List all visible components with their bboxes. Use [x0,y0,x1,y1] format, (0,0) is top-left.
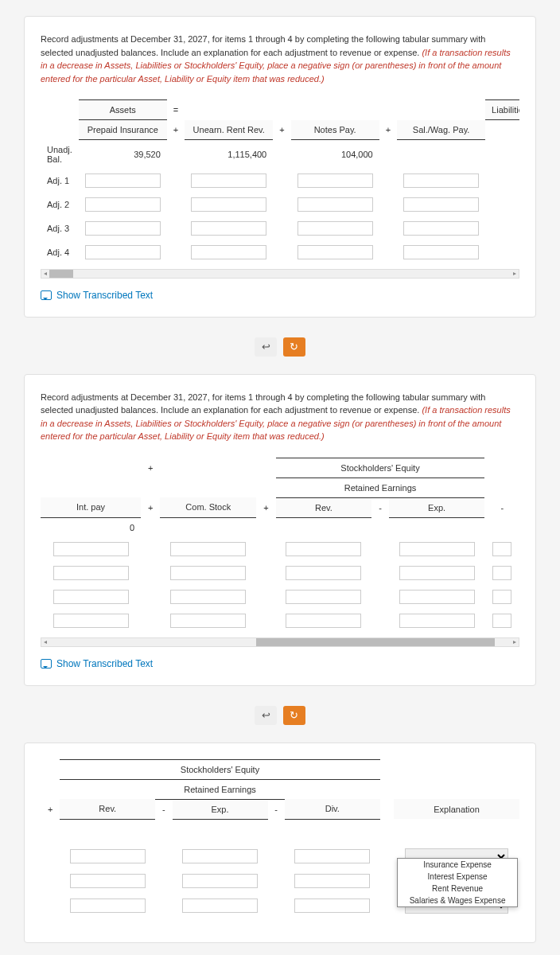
hscrollbar-1[interactable]: ◂ ▸ [41,269,519,279]
table-row: Adj. 2 [41,193,519,216]
input-r2-rev[interactable] [286,566,361,580]
input-adj2-unearn[interactable] [191,197,266,212]
op-plus-t3: + [41,799,60,819]
worksheet-card-3: Stockholders' Equity Retained Earnings +… [24,743,536,943]
col-rev-3: Rev. [60,799,155,819]
scroll-right-icon[interactable]: ▸ [511,270,519,278]
input-r3-extra[interactable] [492,590,511,604]
hdr-re-3: Retained Earnings [155,779,285,799]
show-transcribed-button-2[interactable]: Show Transcribed Text [41,658,519,669]
scroll-left-icon[interactable]: ◂ [41,270,49,278]
input-adj3-prepaid[interactable] [85,221,161,236]
redo-button[interactable]: ↻ [283,337,305,357]
input-t3r1-rev[interactable] [70,849,146,863]
scroll-thumb[interactable] [49,270,73,278]
val-intpay: 0 [41,517,141,537]
col-exp: Exp. [389,497,485,517]
val-prepaid: 39,520 [79,140,167,169]
input-adj3-sal[interactable] [403,221,479,236]
table3: Stockholders' Equity Retained Earnings +… [41,759,519,918]
input-r1-intpay[interactable] [53,542,129,556]
redo-button-2[interactable]: ↻ [283,706,305,725]
row-adj4: Adj. 4 [41,240,79,264]
hscrollbar-2[interactable]: ◂ ▸ [41,637,519,647]
input-adj2-sal[interactable] [403,197,479,212]
input-adj2-notes[interactable] [298,197,373,212]
input-t3r3-div[interactable] [294,898,370,913]
input-adj3-notes[interactable] [298,221,373,236]
input-r1-extra[interactable] [492,542,511,556]
input-r2-extra[interactable] [492,566,511,580]
input-r3-exp[interactable] [399,590,475,604]
table2: + Stockholders' Equity Retained Earnings… [41,458,519,633]
input-r3-intpay[interactable] [53,590,129,604]
input-r4-intpay[interactable] [53,614,129,628]
table-row [41,609,519,633]
table1-scroll[interactable]: Assets = Liabilities Prepaid Insurance +… [41,99,519,279]
input-r1-com[interactable] [170,542,246,556]
input-adj1-sal[interactable] [403,173,479,188]
show-transcribed-label-2: Show Transcribed Text [56,658,153,669]
input-r4-extra[interactable] [492,614,511,628]
col-expl: Explanation [394,799,519,819]
table-row: Adj. 1 [41,169,519,193]
explanation-dropdown[interactable]: Insurance Expense Interest Expense Rent … [397,858,518,907]
dropdown-option[interactable]: Insurance Expense [398,859,517,871]
input-r1-exp[interactable] [399,542,475,556]
comment-icon [41,659,52,668]
table-row: Unadj. Bal. 39,520 1,115,400 104,000 [41,140,519,169]
input-adj2-prepaid[interactable] [85,197,161,212]
input-t3r2-exp[interactable] [182,874,258,888]
op-plus-3: + [379,120,397,140]
input-r2-com[interactable] [170,566,246,580]
table1: Assets = Liabilities Prepaid Insurance +… [41,99,519,264]
scroll-thumb[interactable] [256,638,495,646]
col-unearn: Unearn. Rent Rev. [185,120,273,140]
dropdown-option[interactable]: Interest Expense [398,871,517,883]
input-t3r3-exp[interactable] [182,898,258,913]
history-buttons-2: ↩ ↻ [24,706,536,725]
scroll-left-icon[interactable]: ◂ [41,638,49,646]
col-sal: Sal./Wag. Pay. [397,120,485,140]
show-transcribed-button-1[interactable]: Show Transcribed Text [41,290,519,301]
row-adj3: Adj. 3 [41,216,79,240]
input-adj1-notes[interactable] [298,173,373,188]
col-com: Com. Stock [160,497,256,517]
problem-intro: Record adjustments at December 31, 2027,… [41,34,485,57]
table2-scroll[interactable]: + Stockholders' Equity Retained Earnings… [41,458,519,647]
scroll-right-icon[interactable]: ▸ [511,638,519,646]
input-r4-rev[interactable] [286,614,361,628]
op-minus-t3b: - [268,799,285,819]
input-adj4-sal[interactable] [403,245,479,259]
input-t3r1-exp[interactable] [182,849,258,863]
input-adj4-notes[interactable] [298,245,373,259]
input-r4-exp[interactable] [399,614,475,628]
input-r3-rev[interactable] [286,590,361,604]
input-r2-intpay[interactable] [53,566,129,580]
dropdown-option[interactable]: Salaries & Wages Expense [398,895,517,906]
input-r1-rev[interactable] [286,542,361,556]
undo-button[interactable]: ↩ [255,337,277,357]
input-adj4-unearn[interactable] [191,245,266,259]
col-rev: Rev. [276,497,372,517]
op-minus-2: - [484,497,519,517]
hdr-se: Stockholders' Equity [276,458,485,477]
input-r3-com[interactable] [170,590,246,604]
undo-button-2[interactable]: ↩ [255,706,277,725]
input-adj1-unearn[interactable] [191,173,266,188]
input-adj4-prepaid[interactable] [85,245,161,259]
val-unearn: 1,115,400 [185,140,273,169]
dropdown-option[interactable]: Rent Revenue [398,883,517,895]
table-row [41,585,519,609]
input-adj1-prepaid[interactable] [85,173,161,188]
input-adj3-unearn[interactable] [191,221,266,236]
col-intpay: Int. pay [41,497,141,517]
input-r2-exp[interactable] [399,566,475,580]
input-r4-com[interactable] [170,614,246,628]
problem-text-2: Record adjustments at December 31, 2027,… [41,391,519,443]
input-t3r2-rev[interactable] [70,874,146,888]
input-t3r1-div[interactable] [294,849,370,863]
input-t3r3-rev[interactable] [70,898,146,913]
col-notes: Notes Pay. [291,120,379,140]
input-t3r2-div[interactable] [294,874,370,888]
